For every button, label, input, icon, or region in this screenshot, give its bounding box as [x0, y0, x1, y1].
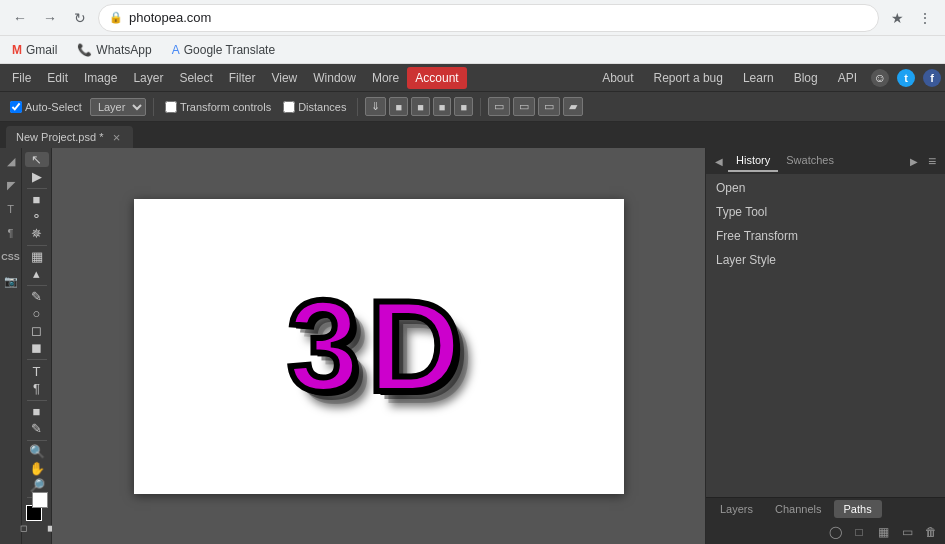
menu-api[interactable]: API [832, 67, 863, 89]
menu-about[interactable]: About [596, 67, 639, 89]
tab-swatches[interactable]: Swatches [778, 150, 842, 172]
tool-brush[interactable]: ✎ [25, 289, 49, 304]
menu-more[interactable]: More [364, 67, 407, 89]
bottom-panel: Layers Channels Paths ◯ □ ▦ ▭ 🗑 [706, 497, 945, 544]
tool-zoom-out[interactable]: 🔎 [25, 478, 49, 493]
panel-collapse-right[interactable]: ▶ [905, 152, 923, 170]
dist-btn-4[interactable]: ▰ [563, 97, 583, 116]
align-btn-3[interactable]: ■ [411, 97, 430, 116]
panel-menu-button[interactable]: ≡ [923, 152, 941, 170]
menu-layer[interactable]: Layer [125, 67, 171, 89]
main-toolbar: Auto-Select Layer Transform controls Dis… [0, 92, 945, 122]
history-type-tool[interactable]: Type Tool [706, 200, 945, 224]
menu-file[interactable]: File [4, 67, 39, 89]
distances-checkbox[interactable] [283, 101, 295, 113]
tool-eyedropper[interactable]: ▴ [25, 266, 49, 281]
address-bar[interactable]: 🔒 photopea.com [98, 4, 879, 32]
toolbar-align-buttons: ⇓ ■ ■ ■ ■ [365, 97, 473, 116]
tool-shape[interactable]: ■ [25, 404, 49, 419]
menu-select[interactable]: Select [171, 67, 220, 89]
bookmark-translate[interactable]: A Google Translate [168, 41, 279, 59]
bottom-icon-square[interactable]: □ [851, 524, 867, 540]
tab-layers[interactable]: Layers [710, 500, 763, 518]
canvas[interactable]: 3D [134, 199, 624, 494]
tab-close-button[interactable]: × [109, 130, 123, 144]
bottom-icon-circle[interactable]: ◯ [827, 524, 843, 540]
panel-collapse-left[interactable]: ◀ [710, 152, 728, 170]
tab-paths[interactable]: Paths [834, 500, 882, 518]
tool-zoom[interactable]: 🔍 [25, 444, 49, 459]
history-open[interactable]: Open [706, 176, 945, 200]
distances-toggle[interactable]: Distances [279, 99, 350, 115]
bottom-icon-trash[interactable]: 🗑 [923, 524, 939, 540]
bookmark-whatsapp-label: WhatsApp [96, 43, 151, 57]
align-btn-4[interactable]: ■ [433, 97, 452, 116]
tab-bar: New Project.psd * × [0, 122, 945, 148]
tool-pen[interactable]: ✎ [25, 421, 49, 436]
dist-btn-1[interactable]: ▭ [488, 97, 510, 116]
dist-btn-2[interactable]: ▭ [513, 97, 535, 116]
history-layer-style[interactable]: Layer Style [706, 248, 945, 272]
transform-checkbox[interactable] [165, 101, 177, 113]
menu-filter[interactable]: Filter [221, 67, 264, 89]
canvas-area: 3D [52, 148, 705, 544]
css-indicator[interactable]: CSS [2, 248, 20, 266]
tool-magic-wand[interactable]: ✵ [25, 226, 49, 241]
tab-history[interactable]: History [728, 150, 778, 172]
menu-button[interactable]: ⋮ [913, 6, 937, 30]
menu-account[interactable]: Account [407, 67, 466, 89]
menu-edit[interactable]: Edit [39, 67, 76, 89]
color-picker[interactable] [26, 505, 48, 508]
tool-lasso[interactable]: ⚬ [25, 209, 49, 224]
bookmark-whatsapp[interactable]: 📞 WhatsApp [73, 41, 155, 59]
transform-label: Transform controls [180, 101, 271, 113]
forward-button[interactable]: → [38, 6, 62, 30]
align-btn-1[interactable]: ⇓ [365, 97, 386, 116]
menu-image[interactable]: Image [76, 67, 125, 89]
align-btn-5[interactable]: ■ [454, 97, 473, 116]
strip-btn-2[interactable]: ◤ [2, 176, 20, 194]
tab-channels[interactable]: Channels [765, 500, 831, 518]
menu-view[interactable]: View [263, 67, 305, 89]
tool-clone[interactable]: ○ [25, 306, 49, 321]
auto-select-toggle[interactable]: Auto-Select [6, 99, 86, 115]
tool-eraser[interactable]: ◻ [25, 323, 49, 338]
social-icon-1[interactable]: ☺ [871, 69, 889, 87]
tool-path[interactable]: ¶ [25, 381, 49, 396]
history-free-transform[interactable]: Free Transform [706, 224, 945, 248]
bookmark-gmail[interactable]: M Gmail [8, 41, 61, 59]
tab-name: New Project.psd * [16, 131, 103, 143]
refresh-button[interactable]: ↻ [68, 6, 92, 30]
tool-marquee[interactable]: ■ [25, 192, 49, 207]
tool-move[interactable]: ↖ [25, 152, 49, 167]
facebook-icon[interactable]: f [923, 69, 941, 87]
tool-crop[interactable]: ▦ [25, 249, 49, 264]
tool-text[interactable]: T [25, 364, 49, 379]
transform-controls-toggle[interactable]: Transform controls [161, 99, 275, 115]
auto-select-checkbox[interactable] [10, 101, 22, 113]
toolbar-sep-3 [480, 98, 481, 116]
bottom-icon-grid[interactable]: ▦ [875, 524, 891, 540]
tool-fill[interactable]: ◼ [25, 340, 49, 355]
distances-label: Distances [298, 101, 346, 113]
menu-learn[interactable]: Learn [737, 67, 780, 89]
dist-btn-3[interactable]: ▭ [538, 97, 560, 116]
bookmark-button[interactable]: ★ [885, 6, 909, 30]
back-button[interactable]: ← [8, 6, 32, 30]
menu-report[interactable]: Report a bug [648, 67, 729, 89]
background-color[interactable] [32, 492, 48, 508]
strip-btn-1[interactable]: ◢ [2, 152, 20, 170]
menu-window[interactable]: Window [305, 67, 364, 89]
layer-select[interactable]: Layer [90, 98, 146, 116]
strip-btn-5[interactable]: 📷 [2, 272, 20, 290]
bottom-icon-box[interactable]: ▭ [899, 524, 915, 540]
align-btn-2[interactable]: ■ [389, 97, 408, 116]
tool-arrow[interactable]: ▶ [25, 169, 49, 184]
strip-btn-3[interactable]: T [2, 200, 20, 218]
tool-hand[interactable]: ✋ [25, 461, 49, 476]
browser-actions: ★ ⋮ [885, 6, 937, 30]
twitter-icon[interactable]: t [897, 69, 915, 87]
strip-btn-4[interactable]: ¶ [2, 224, 20, 242]
project-tab[interactable]: New Project.psd * × [6, 126, 133, 148]
menu-blog[interactable]: Blog [788, 67, 824, 89]
